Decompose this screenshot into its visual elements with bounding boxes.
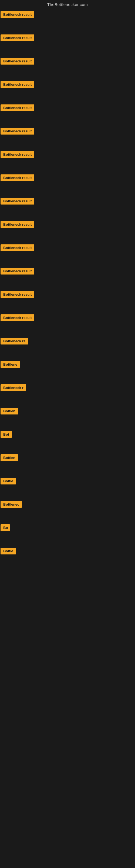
bottleneck-badge-4[interactable]: Bottleneck result — [1, 81, 34, 88]
bottleneck-item-21: Bottle — [1, 476, 135, 500]
bottleneck-item-16: Bottlene — [1, 360, 135, 383]
bottleneck-item-7: Bottleneck result — [1, 150, 135, 173]
bottleneck-badge-24[interactable]: Bottle — [1, 548, 16, 554]
bottleneck-item-6: Bottleneck result — [1, 127, 135, 150]
bottleneck-badge-20[interactable]: Bottlen — [1, 454, 18, 461]
bottleneck-item-9: Bottleneck result — [1, 197, 135, 220]
bottleneck-badge-10[interactable]: Bottleneck result — [1, 221, 34, 228]
bottleneck-item-15: Bottleneck re — [1, 337, 135, 360]
bottleneck-badge-7[interactable]: Bottleneck result — [1, 151, 34, 158]
bottleneck-badge-2[interactable]: Bottleneck result — [1, 34, 34, 41]
bottleneck-item-22: Bottlenec — [1, 500, 135, 523]
bottleneck-item-14: Bottleneck result — [1, 313, 135, 337]
bottleneck-badge-13[interactable]: Bottleneck result — [1, 291, 34, 298]
bottleneck-item-24: Bottle — [1, 547, 135, 570]
bottleneck-badge-19[interactable]: Bot — [1, 431, 12, 438]
bottleneck-badge-6[interactable]: Bottleneck result — [1, 128, 34, 134]
bottleneck-item-13: Bottleneck result — [1, 290, 135, 313]
bottleneck-badge-12[interactable]: Bottleneck result — [1, 268, 34, 275]
bottleneck-item-17: Bottleneck r — [1, 383, 135, 407]
bottleneck-badge-3[interactable]: Bottleneck result — [1, 58, 34, 65]
bottleneck-item-10: Bottleneck result — [1, 220, 135, 243]
header: TheBottlenecker.com — [0, 0, 135, 10]
bottleneck-badge-9[interactable]: Bottleneck result — [1, 198, 34, 205]
bottleneck-item-12: Bottleneck result — [1, 267, 135, 290]
items-container: Bottleneck resultBottleneck resultBottle… — [0, 10, 135, 570]
site-title: TheBottlenecker.com — [0, 0, 135, 10]
bottleneck-item-8: Bottleneck result — [1, 173, 135, 197]
bottleneck-badge-1[interactable]: Bottleneck result — [1, 11, 34, 18]
bottleneck-item-19: Bot — [1, 430, 135, 453]
bottleneck-item-1: Bottleneck result — [1, 10, 135, 33]
bottleneck-badge-11[interactable]: Bottleneck result — [1, 244, 34, 251]
bottleneck-badge-18[interactable]: Bottlen — [1, 408, 18, 414]
bottleneck-item-23: Bo — [1, 523, 135, 547]
bottleneck-badge-21[interactable]: Bottle — [1, 478, 16, 485]
bottleneck-item-11: Bottleneck result — [1, 243, 135, 267]
bottleneck-item-4: Bottleneck result — [1, 80, 135, 103]
bottleneck-item-20: Bottlen — [1, 453, 135, 476]
bottleneck-badge-5[interactable]: Bottleneck result — [1, 104, 34, 111]
bottleneck-badge-14[interactable]: Bottleneck result — [1, 314, 34, 321]
bottleneck-badge-22[interactable]: Bottlenec — [1, 501, 22, 508]
bottleneck-item-18: Bottlen — [1, 407, 135, 430]
bottleneck-badge-16[interactable]: Bottlene — [1, 361, 20, 368]
bottleneck-item-2: Bottleneck result — [1, 33, 135, 57]
bottleneck-badge-15[interactable]: Bottleneck re — [1, 338, 28, 344]
bottleneck-badge-17[interactable]: Bottleneck r — [1, 384, 26, 391]
bottleneck-item-5: Bottleneck result — [1, 103, 135, 127]
bottleneck-item-3: Bottleneck result — [1, 57, 135, 80]
bottleneck-badge-8[interactable]: Bottleneck result — [1, 175, 34, 181]
bottleneck-badge-23[interactable]: Bo — [1, 524, 10, 531]
